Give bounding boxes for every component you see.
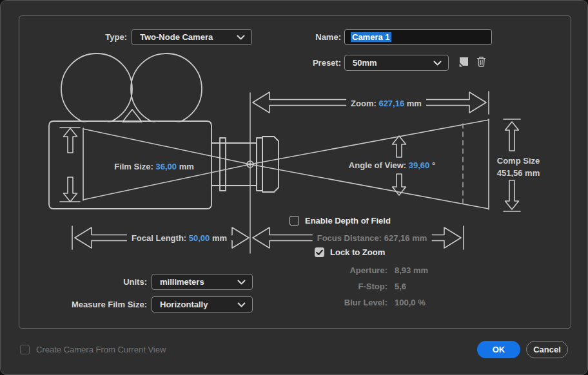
trash-icon [476, 55, 487, 68]
units-label: Units: [70, 274, 147, 290]
create-camera-from-view-label: Create Camera From Current View [36, 345, 166, 354]
comp-size-label: Comp Size 451,56 mm [497, 155, 540, 179]
save-preset-button[interactable] [457, 57, 469, 71]
focal-length-value[interactable]: 50,00 [189, 233, 210, 243]
enable-dof-checkbox[interactable] [289, 216, 299, 226]
lock-to-zoom-checkbox[interactable] [315, 247, 324, 257]
units-dropdown-value: millimeters [160, 277, 204, 287]
name-label: Name: [277, 29, 341, 45]
aperture-label: Aperture: [297, 265, 387, 275]
focus-distance-value: 627,16 mm [384, 233, 427, 243]
blur-level-value: 100,0 % [395, 298, 426, 307]
angle-of-view-label: Angle of View: 39,60 ° [349, 160, 435, 170]
film-size-value[interactable]: 36,00 [156, 162, 177, 171]
preset-dropdown[interactable]: 50mm [344, 55, 449, 71]
chevron-down-icon [237, 35, 245, 40]
fstop-label: F-Stop: [297, 282, 387, 291]
zoom-value[interactable]: 627,16 [378, 99, 404, 108]
name-input-selected-text: Camera 1 [351, 32, 391, 42]
create-camera-from-view-checkbox[interactable] [20, 345, 30, 354]
measure-film-size-dropdown[interactable]: Horizontally [152, 296, 253, 312]
name-input[interactable]: Camera 1 [344, 29, 492, 45]
type-dropdown[interactable]: Two-Node Camera [132, 29, 252, 45]
focus-distance-label: Focus Distance: 627,16 mm [313, 233, 432, 243]
chevron-down-icon [237, 302, 246, 307]
angle-of-view-value[interactable]: 39,60 [409, 160, 430, 170]
ok-button[interactable]: OK [477, 341, 520, 358]
blur-level-label: Blur Level: [297, 298, 387, 307]
delete-preset-button[interactable] [476, 55, 487, 70]
aperture-value: 8,93 mm [395, 265, 428, 275]
units-dropdown[interactable]: millimeters [152, 274, 253, 290]
zoom-value-label: Zoom: 627,16 mm [346, 99, 426, 108]
enable-dof-label: Enable Depth of Field [305, 216, 391, 226]
camera-settings-dialog: Zoom: 627,16 mm Film Size: 36,00 mm Angl… [0, 0, 588, 375]
checkmark-icon [316, 249, 323, 256]
preset-dropdown-value: 50mm [353, 58, 377, 68]
cancel-button[interactable]: Cancel [526, 341, 568, 358]
chevron-down-icon [237, 280, 246, 285]
measure-film-size-label: Measure Film Size: [18, 296, 147, 312]
save-preset-icon [457, 57, 469, 68]
type-label: Type: [63, 29, 127, 45]
lock-to-zoom-label: Lock to Zoom [330, 247, 385, 257]
preset-label: Preset: [277, 55, 341, 71]
fstop-value: 5,6 [395, 282, 406, 291]
focal-length-label: Focal Length: 50,00 mm [127, 233, 231, 243]
type-dropdown-value: Two-Node Camera [140, 32, 213, 42]
chevron-down-icon [433, 61, 442, 66]
measure-film-size-dropdown-value: Horizontally [160, 300, 208, 309]
film-size-label: Film Size: 36,00 mm [114, 162, 194, 171]
